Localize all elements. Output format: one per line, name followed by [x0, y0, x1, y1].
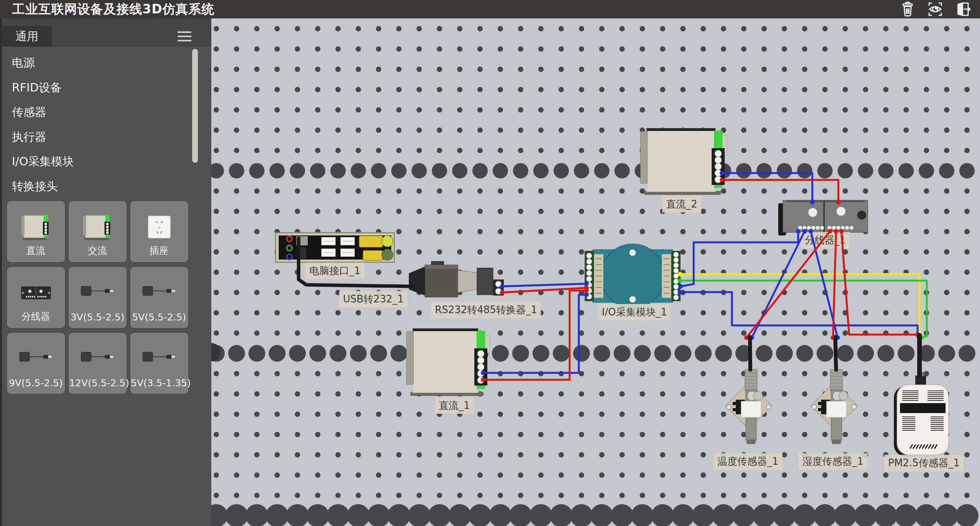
hamburger-menu-icon[interactable] — [178, 31, 191, 41]
tile-label: 5V(3.5-1.35) — [131, 377, 188, 389]
tile-label: 交流 — [69, 244, 126, 257]
device-tile-adapter-7[interactable]: 12V(5.5-2.5) — [69, 333, 126, 394]
adapter-icon — [69, 274, 126, 311]
device-dc-power-2[interactable] — [640, 128, 727, 195]
sidebar-scrollbar[interactable] — [192, 49, 198, 163]
tile-label: 9V(5.5-2.5) — [8, 377, 64, 389]
device-io-module-1[interactable] — [585, 244, 680, 308]
trash-icon — [899, 1, 916, 18]
scene-layer — [211, 18, 980, 526]
device-tile-psu-0[interactable]: 直流 — [7, 201, 65, 262]
exit-button[interactable] — [954, 0, 972, 18]
eye-view-icon — [927, 1, 944, 18]
tile-label: 12V(5.5-2.5) — [69, 377, 126, 389]
page-title: 工业互联网设备及接线3D仿真系统 — [12, 1, 214, 18]
socket-icon — [131, 209, 188, 245]
psu-icon — [8, 209, 64, 245]
device-tile-psu-1[interactable]: 交流 — [69, 201, 126, 262]
device-splitter-1[interactable] — [778, 200, 868, 235]
sidebar-item-4[interactable]: I/O采集模块 — [2, 149, 186, 174]
adapter-icon — [8, 340, 64, 377]
exit-door-icon — [954, 1, 971, 18]
psu-icon — [69, 209, 126, 245]
device-humidity-sensor-1[interactable] — [811, 369, 858, 444]
tile-label: 分线器 — [8, 310, 64, 323]
splitter-icon — [8, 274, 64, 311]
device-tile-adapter-4[interactable]: 3V(5.5-2.5) — [69, 267, 126, 328]
app-window: 工业互联网设备及接线3D仿真系统 — [0, 0, 980, 526]
device-tile-adapter-6[interactable]: 9V(5.5-2.5) — [7, 333, 65, 394]
device-tile-adapter-8[interactable]: 5V(3.5-1.35) — [131, 333, 188, 394]
sidebar-item-2[interactable]: 传感器 — [2, 100, 186, 125]
device-pm25-sensor-1[interactable] — [894, 372, 949, 456]
tile-label: 3V(5.5-2.5) — [69, 312, 126, 323]
sidebar-item-1[interactable]: RFID设备 — [2, 75, 186, 100]
adapter-icon — [131, 274, 188, 311]
sidebar-tab-row: 通用 — [2, 18, 211, 47]
tile-label: 直流 — [8, 244, 64, 257]
device-pc-interface-1[interactable] — [276, 233, 394, 262]
adapter-icon — [131, 340, 188, 377]
sidebar-item-5[interactable]: 转换接头 — [2, 174, 186, 199]
top-bar: 工业互联网设备及接线3D仿真系统 — [0, 0, 980, 18]
sidebar-menu: 电源RFID设备传感器执行器I/O采集模块转换接头 — [2, 51, 186, 199]
delete-button[interactable] — [899, 0, 916, 18]
device-dc-power-1[interactable] — [407, 328, 490, 396]
device-tile-adapter-5[interactable]: 5V(5.5-2.5) — [131, 267, 188, 328]
device-usb-serial-converter-1[interactable] — [409, 261, 504, 297]
tab-general[interactable]: 通用 — [2, 26, 52, 47]
toolbar — [899, 0, 972, 18]
tile-label: 插座 — [131, 244, 188, 257]
device-tile-grid: 直流 交流 插座 分线器 3V(5 — [5, 201, 193, 399]
device-tile-socket-2[interactable]: 插座 — [131, 201, 188, 262]
sidebar-item-3[interactable]: 执行器 — [2, 125, 186, 150]
device-tile-splitter-3[interactable]: 分线器 — [7, 267, 65, 328]
view-button[interactable] — [926, 0, 944, 18]
tile-label: 5V(5.5-2.5) — [131, 312, 188, 323]
adapter-icon — [69, 340, 126, 377]
sidebar-item-0[interactable]: 电源 — [2, 51, 186, 75]
sidebar: 通用 电源RFID设备传感器执行器I/O采集模块转换接头 直流 交流 — [0, 18, 211, 526]
